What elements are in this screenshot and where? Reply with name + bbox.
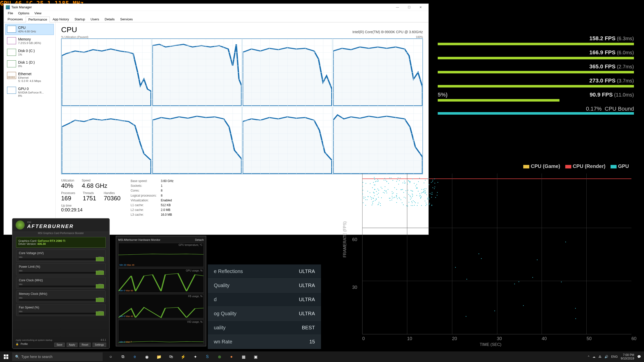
- clock[interactable]: 7:00 PM 9/10/2019: [621, 353, 634, 360]
- chrome-icon[interactable]: ◉: [141, 351, 153, 362]
- store-icon[interactable]: 🛍: [165, 351, 177, 362]
- app-icon[interactable]: ⚡: [177, 351, 189, 362]
- driver-label: Driver Version:: [18, 242, 36, 245]
- titlebar[interactable]: Task Manager — ☐ ✕: [4, 4, 428, 11]
- tab-startup[interactable]: Startup: [72, 16, 88, 22]
- tab-performance[interactable]: Performance: [26, 17, 50, 22]
- xbox-icon[interactable]: ⊗: [213, 351, 225, 362]
- taskmgr-taskbar-icon[interactable]: ▦: [237, 351, 250, 362]
- sidebar-item-disk1[interactable]: Disk 1 (D:)0%: [5, 59, 54, 70]
- tray-cloud-icon[interactable]: ☁: [592, 355, 595, 358]
- tab-services[interactable]: Services: [117, 16, 136, 22]
- setting-row[interactable]: e ReflectionsULTRA: [208, 264, 321, 279]
- msi-hw-monitor-window[interactable]: MSI Afterburner Hardware Monitor Detach …: [116, 236, 206, 346]
- slider-label: Memory Clock (MHz): [19, 292, 103, 296]
- slider-core-voltage-mv-[interactable]: Core Voltage (mV)MinMax: [16, 250, 106, 262]
- tab-users[interactable]: Users: [88, 16, 102, 22]
- hw-monitor-title: MSI Afterburner Hardware Monitor: [118, 238, 160, 241]
- gpu-name: GeForce RTX 2080 Ti: [38, 239, 65, 242]
- cpu-core-chart: [61, 39, 151, 106]
- tray-chevron-icon[interactable]: ^: [588, 355, 589, 358]
- app-icon[interactable]: ●: [225, 351, 237, 362]
- detail-val: 8: [161, 193, 163, 198]
- tab-details[interactable]: Details: [102, 16, 117, 22]
- setting-row[interactable]: wn Rate15: [208, 335, 321, 349]
- setting-row[interactable]: ualityBEST: [208, 321, 321, 335]
- reset-button[interactable]: Reset: [79, 343, 91, 347]
- taskview-icon[interactable]: ⧉: [117, 351, 129, 362]
- fps-value: 365.0 FPS: [589, 63, 616, 70]
- detail-key: Base speed:: [131, 179, 161, 184]
- close-button[interactable]: ✕: [415, 4, 426, 11]
- cpu-model: Intel(R) Core(TM) i9-9900K CPU @ 3.60GHz: [352, 30, 423, 34]
- stat-value: 0:00:29:14: [61, 207, 120, 213]
- setting-label: e Reflections: [214, 268, 243, 274]
- sidebar-item-cpu[interactable]: CPU40% 4.68 GHz: [5, 24, 54, 35]
- cpu-details: Base speed:3.60 GHzSockets:1Cores:8Logic…: [131, 179, 174, 217]
- stat-label: Threads: [83, 191, 96, 195]
- scatter-points: [362, 173, 631, 334]
- sidebar-item-ethernet[interactable]: EthernetEthernetS: 0.3 R: 4.6 Mbps: [5, 70, 54, 84]
- cpu-core-chart: [333, 39, 423, 106]
- sidebar-item-memory[interactable]: Memory7.2/15.9 GB (45%): [5, 35, 54, 47]
- app-icon[interactable]: ✦: [189, 351, 201, 362]
- setting-label: Quality: [214, 283, 229, 288]
- setting-row[interactable]: dULTRA: [208, 293, 321, 307]
- detail-val: 2.0 MB: [161, 208, 170, 212]
- setting-label: d: [214, 297, 217, 302]
- setting-value: ULTRA: [299, 297, 315, 302]
- tray-network-icon[interactable]: 🖧: [598, 355, 601, 358]
- profile-label: Profile: [21, 343, 28, 347]
- clock-time: 7:00 PM: [621, 353, 634, 357]
- slider-power-limit-[interactable]: Power Limit (%)MinMax: [16, 263, 106, 275]
- sidebar-item-disk0[interactable]: Disk 0 (C:)1%: [5, 47, 54, 58]
- detail-key: Sockets:: [131, 184, 161, 188]
- tray-volume-icon[interactable]: 🔊: [605, 355, 608, 358]
- setting-value: ULTRA: [299, 311, 315, 316]
- menu-options[interactable]: Options: [16, 11, 32, 16]
- settings-button[interactable]: Settings: [93, 343, 106, 347]
- performance-sidebar: CPU40% 4.68 GHz Memory7.2/15.9 GB (45%) …: [4, 22, 56, 235]
- svg-rect-0: [4, 354, 6, 356]
- setting-label: uality: [214, 325, 226, 331]
- tray-lang[interactable]: ENG: [611, 355, 618, 358]
- maximize-button[interactable]: ☐: [403, 4, 415, 11]
- slider-memory-clock-mhz-[interactable]: Memory Clock (MHz)MinMax: [16, 290, 106, 302]
- explorer-icon[interactable]: 📁: [153, 351, 165, 362]
- setting-row[interactable]: og QualityULTRA: [208, 307, 321, 321]
- setting-row[interactable]: QualityULTRA: [208, 279, 321, 293]
- tab-processes[interactable]: Processes: [5, 16, 26, 22]
- apply-button[interactable]: Apply: [67, 343, 77, 347]
- x-tick: 60: [631, 336, 636, 341]
- detach-button[interactable]: Detach: [195, 238, 204, 241]
- detail-key: Cores:: [131, 188, 161, 193]
- skype-icon[interactable]: S: [201, 351, 213, 362]
- stat-value: 4.68 GHz: [82, 182, 107, 189]
- search-box[interactable]: 🔍 Type here to search: [12, 352, 103, 361]
- tab-app-history[interactable]: App history: [50, 16, 72, 22]
- msi-title: AFTERBURNER: [27, 223, 74, 229]
- frame-time: (2.7ms): [617, 64, 634, 69]
- search-icon: 🔍: [15, 355, 19, 359]
- sidebar-label: CPU: [18, 26, 36, 30]
- app-icon[interactable]: ▣: [250, 351, 262, 362]
- x-axis-label: TIME (SEC): [480, 342, 501, 347]
- slider-label: Core Clock (MHz): [19, 279, 103, 282]
- menu-file[interactable]: File: [5, 11, 16, 16]
- startup-checkbox-label[interactable]: Apply overclocking at system startup: [16, 339, 52, 341]
- fps-row: 158.2 FPS (6.3ms): [438, 35, 634, 45]
- sidebar-item-gpu0[interactable]: GPU 0NVIDIA GeForce R...8%: [5, 85, 54, 99]
- notification-icon[interactable]: 💬: [637, 355, 641, 358]
- msi-afterburner-window[interactable]: msi AFTERBURNER MSI Graphics Card Perfor…: [12, 218, 110, 349]
- cortana-icon[interactable]: ○: [105, 351, 117, 362]
- msi-subtitle: MSI Graphics Card Performance Booster: [13, 231, 109, 235]
- menu-view[interactable]: View: [32, 11, 44, 16]
- start-button[interactable]: [0, 351, 12, 362]
- sidebar-label: Disk 1 (D:): [18, 60, 35, 65]
- cpu-core-grid[interactable]: [61, 38, 423, 174]
- slider-core-clock-mhz-[interactable]: Core Clock (MHz)MinMax: [16, 277, 106, 289]
- edge-icon[interactable]: e: [129, 351, 141, 362]
- minimize-button[interactable]: —: [392, 4, 403, 11]
- slider-fan-speed-[interactable]: Fan Speed (%)MinMax: [16, 304, 106, 316]
- save-button[interactable]: Save: [54, 343, 65, 347]
